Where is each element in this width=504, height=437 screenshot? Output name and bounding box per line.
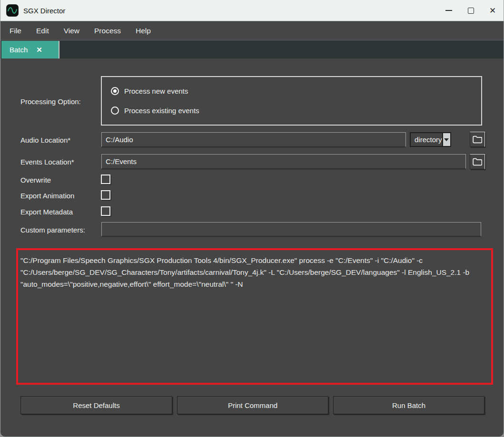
events-location-input[interactable]: [101, 154, 466, 169]
audio-location-type-select[interactable]: directory: [410, 132, 451, 147]
processing-option-group: Process new events Process existing even…: [101, 76, 482, 126]
tab-close-icon[interactable]: ✕: [36, 46, 42, 53]
menu-process[interactable]: Process: [92, 27, 123, 35]
radio-existing-events-label: Process existing events: [124, 107, 199, 115]
overwrite-checkbox[interactable]: [101, 175, 110, 184]
custom-parameters-label: Custom parameters:: [20, 226, 85, 234]
minimize-button[interactable]: [438, 0, 460, 21]
titlebar: SGX Director ✕: [0, 0, 504, 21]
menubar: File Edit View Process Help: [0, 21, 504, 40]
radio-dot: [113, 89, 117, 93]
tab-batch[interactable]: Batch ✕: [1, 41, 59, 58]
custom-parameters-input[interactable]: [101, 222, 481, 236]
audio-location-browse-button[interactable]: [470, 132, 485, 147]
export-metadata-checkbox[interactable]: [101, 206, 110, 216]
events-location-label: Events Location*: [20, 158, 74, 166]
radio-row-new-events: Process new events: [111, 87, 188, 95]
minimize-icon: [445, 10, 452, 11]
menu-view[interactable]: View: [61, 27, 82, 35]
radio-new-events-label: Process new events: [124, 87, 188, 95]
tabbar: Batch ✕: [0, 40, 504, 58]
menu-edit[interactable]: Edit: [34, 27, 51, 35]
radio-dot: [113, 109, 117, 112]
radio-process-existing-events[interactable]: [111, 107, 119, 115]
audio-location-label: Audio Location*: [20, 136, 70, 144]
reset-defaults-button[interactable]: Reset Defaults: [20, 396, 172, 414]
print-command-button[interactable]: Print Command: [177, 396, 328, 414]
events-location-browse-button[interactable]: [470, 154, 485, 169]
tab-separator: [59, 41, 59, 58]
radio-process-new-events[interactable]: [111, 87, 119, 95]
export-metadata-label: Export Metadata: [20, 208, 73, 216]
menu-help[interactable]: Help: [133, 27, 153, 35]
close-icon: ✕: [489, 7, 496, 15]
run-batch-button[interactable]: Run Batch: [333, 396, 484, 414]
processing-option-label: Processing Option:: [20, 97, 81, 106]
chevron-down-icon: [444, 138, 449, 141]
export-animation-label: Export Animation: [20, 192, 74, 200]
folder-icon: [473, 158, 482, 166]
tab-batch-label: Batch: [10, 46, 28, 54]
radio-row-existing-events: Process existing events: [111, 107, 199, 115]
app-window: SGX Director ✕ File Edit View Process He…: [0, 0, 504, 437]
menu-file[interactable]: File: [7, 27, 24, 35]
window-controls: ✕: [438, 0, 504, 21]
export-animation-checkbox[interactable]: [101, 190, 110, 200]
overwrite-label: Overwrite: [20, 176, 51, 184]
maximize-button[interactable]: [460, 0, 482, 21]
combo-selected-value: directory: [411, 136, 442, 144]
app-logo-icon: [6, 4, 19, 17]
audio-location-input[interactable]: [101, 132, 406, 147]
folder-icon: [473, 136, 482, 144]
combo-dropdown-button[interactable]: [442, 133, 450, 146]
window-title: SGX Director: [23, 7, 65, 15]
close-button[interactable]: ✕: [482, 0, 504, 21]
maximize-icon: [468, 8, 474, 14]
command-preview[interactable]: "C:/Program Files/Speech Graphics/SGX Pr…: [16, 248, 493, 385]
